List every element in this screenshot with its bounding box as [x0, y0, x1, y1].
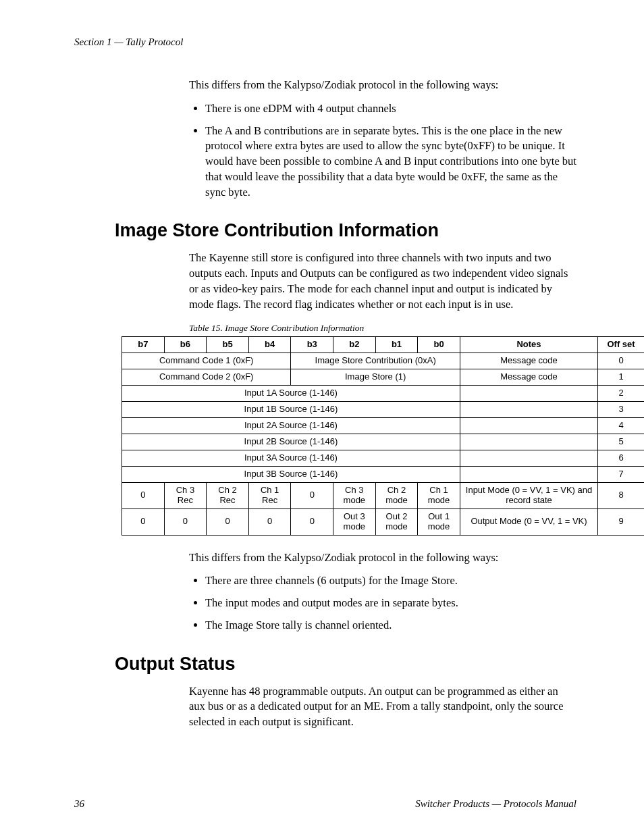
cell-notes — [460, 450, 597, 466]
after-table-paragraph: This differs from the Kalypso/Zodiak pro… — [189, 550, 576, 566]
page-footer: 36 Switcher Products — Protocols Manual — [74, 798, 576, 810]
page-number: 36 — [74, 798, 84, 810]
table-row: Input 3B Source (1-146) 7 — [122, 466, 645, 482]
cell: Input 2B Source (1-146) — [122, 434, 460, 450]
cell: Out 2 mode — [375, 509, 418, 535]
cell: 0 — [122, 482, 165, 509]
cell-offset: 6 — [598, 450, 644, 466]
cell: Ch 2 Rec — [207, 482, 249, 509]
col-b5: b5 — [207, 337, 249, 353]
col-offset: Off set — [598, 337, 644, 353]
after-table-bullet-list: There are three channels (6 outputs) for… — [189, 573, 576, 633]
table-row: Input 2B Source (1-146) 5 — [122, 434, 645, 450]
cell: 0 — [291, 482, 333, 509]
cell-offset: 8 — [598, 482, 644, 509]
list-item: There are three channels (6 outputs) for… — [205, 573, 576, 589]
col-b1: b1 — [375, 337, 418, 353]
cell: Ch 3 mode — [333, 482, 376, 509]
list-item: The Image Store tally is channel oriente… — [205, 618, 576, 633]
image-store-paragraph: The Kayenne still store is configured in… — [189, 251, 576, 312]
cell: 0 — [122, 509, 165, 535]
table-row: 0 Ch 3 Rec Ch 2 Rec Ch 1 Rec 0 Ch 3 mode… — [122, 482, 645, 509]
cell: Ch 1 Rec — [248, 482, 291, 509]
cell: Out 1 mode — [418, 509, 460, 535]
cell-offset: 2 — [598, 386, 644, 402]
cell-offset: 7 — [598, 466, 644, 482]
col-b3: b3 — [291, 337, 333, 353]
table-header-row: b7 b6 b5 b4 b3 b2 b1 b0 Notes Off set — [122, 337, 645, 353]
cell: Input 2A Source (1-146) — [122, 418, 460, 434]
cell: 0 — [291, 509, 333, 535]
cell: Ch 2 mode — [375, 482, 418, 509]
col-b2: b2 — [333, 337, 376, 353]
list-item: There is one eDPM with 4 output channels — [205, 101, 576, 117]
cell-notes: Input Mode (0 = VV, 1 = VK) and record s… — [460, 482, 597, 509]
table-row: Command Code 1 (0xF) Image Store Contrib… — [122, 353, 645, 369]
cell-notes — [460, 402, 597, 418]
cell: 0 — [164, 509, 207, 535]
cell-notes — [460, 466, 597, 482]
col-notes: Notes — [460, 337, 597, 353]
cell: Image Store Contribution (0xA) — [291, 353, 460, 369]
table-row: Command Code 2 (0xF) Image Store (1) Mes… — [122, 369, 645, 386]
cell-offset: 4 — [598, 418, 644, 434]
cell: Input 1B Source (1-146) — [122, 402, 460, 418]
table-row: Input 1A Source (1-146) 2 — [122, 386, 645, 402]
cell-notes — [460, 386, 597, 402]
cell: Out 3 mode — [333, 509, 376, 535]
cell-offset: 3 — [598, 402, 644, 418]
cell-offset: 9 — [598, 509, 644, 535]
cell-offset: 0 — [598, 353, 644, 369]
cell: Input 3A Source (1-146) — [122, 450, 460, 466]
cell: Command Code 1 (0xF) — [122, 353, 291, 369]
cell: 0 — [207, 509, 249, 535]
cell: 0 — [248, 509, 291, 535]
heading-image-store: Image Store Contribution Information — [115, 220, 576, 241]
cell-notes: Output Mode (0 = VV, 1 = VK) — [460, 509, 597, 535]
list-item: The input modes and output modes are in … — [205, 596, 576, 611]
cell: Command Code 2 (0xF) — [122, 369, 291, 386]
col-b0: b0 — [418, 337, 460, 353]
running-header: Section 1 — Tally Protocol — [74, 36, 576, 48]
table-15: b7 b6 b5 b4 b3 b2 b1 b0 Notes Off set Co… — [122, 336, 644, 535]
intro-paragraph: This differs from the Kalypso/Zodiak pro… — [189, 78, 576, 93]
cell-offset: 5 — [598, 434, 644, 450]
output-status-paragraph: Kayenne has 48 programmable outputs. An … — [189, 684, 576, 730]
cell: Input 1A Source (1-146) — [122, 386, 460, 402]
col-b4: b4 — [248, 337, 291, 353]
list-item: The A and B contributions are in separat… — [205, 124, 576, 201]
cell: Ch 3 Rec — [164, 482, 207, 509]
col-b7: b7 — [122, 337, 165, 353]
cell-notes — [460, 434, 597, 450]
col-b6: b6 — [164, 337, 207, 353]
cell: Image Store (1) — [291, 369, 460, 386]
table-row: Input 2A Source (1-146) 4 — [122, 418, 645, 434]
cell-notes — [460, 418, 597, 434]
intro-bullet-list: There is one eDPM with 4 output channels… — [189, 101, 576, 201]
cell-offset: 1 — [598, 369, 644, 386]
cell: Input 3B Source (1-146) — [122, 466, 460, 482]
cell-notes: Message code — [460, 369, 597, 386]
table-row: 0 0 0 0 0 Out 3 mode Out 2 mode Out 1 mo… — [122, 509, 645, 535]
cell-notes: Message code — [460, 353, 597, 369]
table-row: Input 3A Source (1-146) 6 — [122, 450, 645, 466]
heading-output-status: Output Status — [115, 654, 576, 675]
table-row: Input 1B Source (1-146) 3 — [122, 402, 645, 418]
cell: Ch 1 mode — [418, 482, 460, 509]
footer-title: Switcher Products — Protocols Manual — [415, 798, 576, 810]
table-caption: Table 15. Image Store Contribution Infor… — [189, 323, 576, 334]
